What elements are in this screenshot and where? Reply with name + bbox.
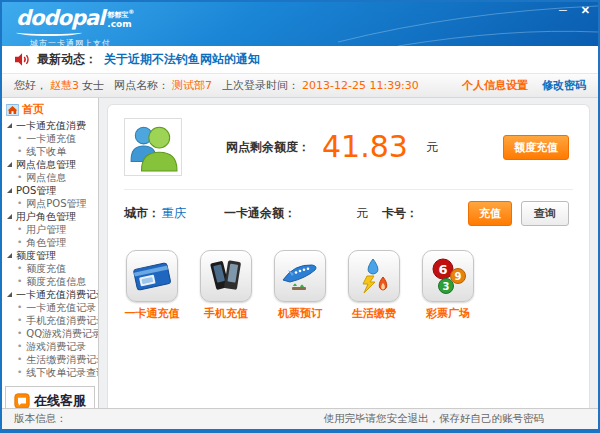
home-icon [6, 104, 19, 116]
sidebar-item-label: 网点信息 [26, 171, 66, 185]
transit-card-icon [126, 250, 178, 302]
logo-text: dodopal [16, 8, 104, 28]
window-controls: ─ ✕ [559, 4, 590, 16]
sidebar-item-label: 一卡通充值 [26, 132, 76, 146]
notice-link[interactable]: 关于近期不法钓鱼网站的通知 [104, 51, 260, 68]
airplane-icon [274, 250, 326, 302]
app-label: 一卡通充值 [125, 306, 180, 321]
expander-icon [7, 214, 12, 219]
user-title: 女士 [82, 78, 104, 93]
balance-unit: 元 [426, 139, 438, 156]
greeting-text: 您好， [14, 78, 47, 93]
query-button[interactable]: 查询 [521, 201, 569, 226]
sidebar-item-label: 线下收单记录查询 [26, 366, 99, 380]
minimize-icon[interactable]: ─ [559, 4, 567, 16]
card-balance-unit: 元 [356, 205, 368, 222]
sidebar-group-site-info[interactable]: 网点信息管理 [2, 158, 98, 171]
sidebar-group-label: 网点信息管理 [16, 158, 76, 172]
app-logo: dodopal 都都宝® .com 城市一卡通网上支付 [16, 8, 134, 49]
card-row: 城市： 重庆 一卡通余额： 元 卡号： 充值 查询 [124, 201, 573, 226]
sidebar-item-home[interactable]: 首页 [2, 101, 98, 119]
sidebar-group-label: POS管理 [16, 184, 56, 198]
last-login-label: 上次登录时间： [222, 78, 299, 93]
username: 赵慧3 [50, 78, 79, 93]
app-lottery-plaza[interactable]: 6 9 3 彩票广场 [420, 250, 476, 321]
bullet-icon: • [17, 225, 22, 234]
sidebar-group-card-recharge[interactable]: 一卡通充值消费 [2, 119, 98, 132]
footer: 版本信息： 使用完毕请您安全退出，保存好自己的账号密码 [2, 408, 598, 429]
sidebar-item-label: 额度充值 [26, 262, 66, 276]
sidebar: 首页 一卡通充值消费 • 一卡通充值 • 线下收单 网点信息管理 • 网点信息 [2, 98, 99, 408]
bullet-icon: • [17, 303, 22, 312]
speaker-icon [15, 53, 30, 66]
profile-settings-link[interactable]: 个人信息设置 [462, 78, 528, 93]
bullet-icon: • [17, 147, 22, 156]
expander-icon [7, 188, 12, 193]
notice-bar: 最新动态： 关于近期不法钓鱼网站的通知 [2, 46, 598, 73]
sidebar-item-label: 生活缴费消费记录 [26, 353, 99, 367]
sidebar-group-label: 额度管理 [16, 249, 56, 263]
bullet-icon: • [17, 199, 22, 208]
online-service-title[interactable]: 在线客服 [34, 392, 86, 408]
sidebar-item[interactable]: • 一卡通充值 [2, 132, 98, 145]
sidebar-item-label: 游戏消费记录 [26, 340, 86, 354]
sidebar-item[interactable]: • 角色管理 [2, 236, 98, 249]
bullet-icon: • [17, 342, 22, 351]
sidebar-item[interactable]: • 额度充值信息 [2, 275, 98, 288]
bullet-icon: • [17, 329, 22, 338]
bullet-icon: • [17, 277, 22, 286]
sidebar-item[interactable]: • 网点信息 [2, 171, 98, 184]
expander-icon [7, 253, 12, 258]
sidebar-item[interactable]: • 手机充值消费记录 [2, 314, 98, 327]
balance-label: 网点剩余额度： [226, 139, 310, 156]
lottery-balls-icon: 6 9 3 [422, 250, 474, 302]
sidebar-item-label: 网点POS管理 [26, 197, 86, 211]
sidebar-item[interactable]: • 线下收单 [2, 145, 98, 158]
app-label: 生活缴费 [352, 306, 396, 321]
app-window: dodopal 都都宝® .com 城市一卡通网上支付 ─ ✕ 最新动态： 关于… [0, 0, 600, 433]
sidebar-group-pos[interactable]: POS管理 [2, 184, 98, 197]
sidebar-item[interactable]: • 一卡通充值记录 [2, 301, 98, 314]
city-link[interactable]: 重庆 [162, 205, 186, 222]
app-card-recharge[interactable]: 一卡通充值 [124, 250, 180, 321]
app-label: 彩票广场 [426, 306, 470, 321]
buddies-avatar-icon [128, 122, 178, 172]
sidebar-item[interactable]: • 额度充值 [2, 262, 98, 275]
app-header: dodopal 都都宝® .com 城市一卡通网上支付 ─ ✕ [2, 2, 598, 46]
sidebar-group-label: 一卡通充值消费记录 [16, 288, 99, 302]
user-bar: 您好， 赵慧3 女士 网点名称： 测试部7 上次登录时间： 2013-12-25… [2, 73, 598, 98]
sidebar-group-user-role[interactable]: 用户角色管理 [2, 210, 98, 223]
sidebar-item[interactable]: • 游戏消费记录 [2, 340, 98, 353]
balance-value: 41.83 [322, 132, 408, 162]
app-mobile-recharge[interactable]: 手机充值 [198, 250, 254, 321]
sidebar-item-label: QQ游戏消费记录 [26, 327, 99, 341]
sidebar-item-label: 角色管理 [26, 236, 66, 250]
last-login-time: 2013-12-25 11:39:30 [302, 79, 419, 92]
svg-text:3: 3 [443, 281, 450, 292]
app-utility-payment[interactable]: 生活缴费 [346, 250, 402, 321]
sidebar-item[interactable]: • 网点POS管理 [2, 197, 98, 210]
sidebar-item[interactable]: • 用户管理 [2, 223, 98, 236]
svg-text:6: 6 [438, 262, 447, 277]
sidebar-item[interactable]: • 线下收单记录查询 [2, 366, 98, 379]
card-balance-label: 一卡通余额： [224, 205, 296, 222]
recharge-button[interactable]: 充值 [468, 201, 512, 226]
sidebar-item-label: 线下收单 [26, 145, 66, 159]
close-icon[interactable]: ✕ [581, 4, 590, 16]
quota-recharge-button[interactable]: 额度充值 [503, 135, 569, 160]
sidebar-item[interactable]: • QQ游戏消费记录 [2, 327, 98, 340]
city-label: 城市： [124, 205, 160, 222]
expander-icon [7, 292, 12, 297]
card-no-label: 卡号： [382, 205, 418, 222]
change-password-link[interactable]: 修改密码 [542, 78, 586, 93]
sidebar-item[interactable]: • 生活缴费消费记录 [2, 353, 98, 366]
main-panel: 网点剩余额度： 41.83 元 额度充值 城市： 重庆 一卡通余额： 元 卡号：… [107, 104, 590, 408]
logo-tagline: 城市一卡通网上支付 [30, 38, 134, 49]
sidebar-item-label: 用户管理 [26, 223, 66, 237]
bullet-icon: • [17, 355, 22, 364]
bullet-icon: • [17, 264, 22, 273]
sidebar-group-quota[interactable]: 额度管理 [2, 249, 98, 262]
sidebar-group-records[interactable]: 一卡通充值消费记录 [2, 288, 98, 301]
app-flight-booking[interactable]: 机票预订 [272, 250, 328, 321]
logo-smile-curve [16, 29, 82, 36]
